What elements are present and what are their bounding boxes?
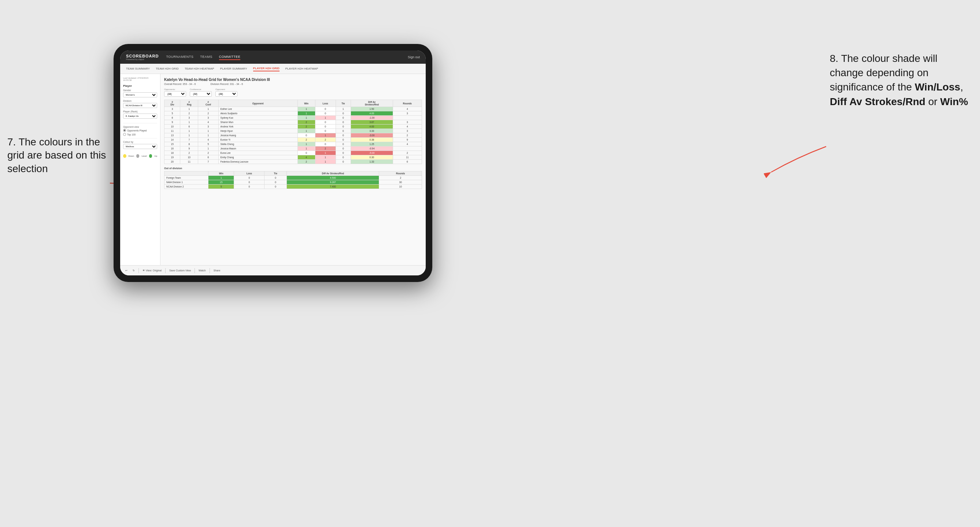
cell-diff: -3.00: [351, 133, 393, 138]
sidebar-player-title: Player: [123, 84, 157, 87]
cell-conf: 7: [198, 160, 218, 164]
radio-opponents-played[interactable]: Opponents Played: [123, 129, 157, 132]
cell-win: 1: [298, 142, 315, 146]
col-reg: #Reg: [180, 100, 198, 107]
cell-win: 2: [298, 124, 315, 129]
cell-loss: 1: [315, 151, 336, 155]
col-diff: Diff AvStrokes/Rnd: [351, 100, 393, 107]
legend-down-label: Down: [129, 155, 134, 157]
cell-rounds: 3: [393, 120, 422, 124]
cell-div: 9: [164, 120, 180, 124]
cell-win: 1: [298, 107, 315, 111]
subnav-player-h2h-grid[interactable]: PLAYER H2H GRID: [253, 66, 280, 71]
filter-conference-select[interactable]: (All): [190, 91, 212, 97]
legend-level-label: Level: [142, 155, 146, 157]
cell-conf: 1: [198, 133, 218, 138]
cell-rounds: 4: [393, 124, 422, 129]
table-row: 14 7 4 Eunice Yi 2 2 0 0.38 9: [164, 138, 422, 142]
cell-loss: 1: [315, 160, 336, 164]
out-col-win: Win: [208, 171, 234, 176]
cell-tie: 1: [336, 107, 351, 111]
cell-conf: 5: [198, 142, 218, 146]
nav-committee[interactable]: COMMITTEE: [219, 54, 241, 60]
nav-signout[interactable]: Sign out: [408, 55, 420, 59]
filter-opponents-label: Opponents:: [164, 88, 186, 90]
content-area: Katelyn Vo Head-to-Head Grid for Women's…: [161, 74, 426, 265]
filter-opponents-select[interactable]: (All): [164, 91, 186, 97]
cell-tie: 0: [336, 124, 351, 129]
radio-dot-2: [123, 133, 126, 136]
cell-div: 3: [164, 107, 180, 111]
cell-win: 0: [298, 151, 315, 155]
out-cell-opponent: NCAA Division 2: [164, 184, 208, 189]
cell-conf: 2: [198, 111, 218, 116]
left-sidebar: Last Updated: 27/03/2024 16:55:38 Player…: [120, 74, 161, 265]
cell-win: 1: [298, 116, 315, 120]
sidebar-gender-select[interactable]: Women's: [123, 92, 157, 97]
overall-record: Overall Record: 353 - 34 - 6: [164, 83, 196, 85]
nav-teams[interactable]: TEAMS: [200, 54, 213, 60]
out-cell-tie: 0: [264, 184, 287, 189]
filter-opponent-select[interactable]: (All): [215, 91, 237, 97]
cell-loss: 1: [315, 155, 336, 160]
sidebar-division-select[interactable]: NCAA Division III: [123, 103, 157, 108]
cell-opponent: Stella Cheng: [218, 142, 298, 146]
cell-win: 1: [298, 146, 315, 151]
cell-div: 20: [164, 160, 180, 164]
radio-top100[interactable]: Top 100: [123, 133, 157, 136]
col-loss: Loss: [315, 100, 336, 107]
cell-conf: 4: [198, 138, 218, 142]
top-nav: SCOREBOARD Powered by clippd TOURNAMENTS…: [120, 51, 426, 64]
cell-conf: 3: [198, 116, 218, 120]
cell-tie: 0: [336, 155, 351, 160]
cell-rounds: 4: [393, 142, 422, 146]
cell-diff: 1.25: [351, 142, 393, 146]
cell-loss: 0: [315, 107, 336, 111]
table-row: 10 6 3 Andrea York 2 0 0 4.00 4: [164, 124, 422, 129]
cell-opponent: Sharon Mun: [218, 120, 298, 124]
subnav-team-h2h-grid[interactable]: TEAM H2H GRID: [156, 66, 179, 71]
cell-reg: 1: [180, 133, 198, 138]
cell-reg: 1: [180, 107, 198, 111]
cell-diff: -1.00: [351, 116, 393, 120]
col-tie: Tie: [336, 100, 351, 107]
subnav-player-h2h-heatmap[interactable]: PLAYER H2H HEATMAP: [285, 66, 318, 71]
view-original-btn[interactable]: 👁 View: Original: [141, 268, 163, 273]
cell-opponent: Heejo Hyun: [218, 129, 298, 133]
sidebar-timestamp: Last Updated: 27/03/2024 16:55:38: [123, 77, 157, 81]
filter-conference-label: Conference: [190, 88, 212, 90]
sidebar-colour-select[interactable]: Win/loss: [123, 144, 157, 149]
cell-win: 2: [298, 120, 315, 124]
cell-rounds: [393, 116, 422, 120]
col-rounds: Rounds: [393, 100, 422, 107]
cell-rounds: 2: [393, 151, 422, 155]
undo-btn[interactable]: ↩: [124, 268, 129, 273]
bottom-toolbar: ↩ ↻ 👁 View: Original Save Custom View Wa…: [120, 265, 426, 275]
redo-btn[interactable]: ↻: [131, 268, 136, 273]
sidebar-rank-select[interactable]: 8. Katelyn Vo: [123, 114, 157, 119]
subnav-team-summary[interactable]: TEAM SUMMARY: [126, 66, 150, 71]
nav-tournaments[interactable]: TOURNAMENTS: [166, 54, 193, 60]
cell-conf: 3: [198, 124, 218, 129]
watch-btn[interactable]: Watch: [197, 268, 207, 273]
sidebar-rank-label: Player (Rank): [123, 110, 157, 113]
out-col-diff: Diff Av Strokes/Rnd: [287, 171, 379, 176]
out-col-opponent: [164, 171, 208, 176]
toolbar-divider-3: [194, 268, 195, 273]
cell-tie: 0: [336, 120, 351, 124]
cell-opponent: Alexis Sudjianto: [218, 111, 298, 116]
subnav-player-summary[interactable]: PLAYER SUMMARY: [220, 66, 247, 71]
cell-diff: 1.33: [351, 160, 393, 164]
subnav-team-h2h-heatmap[interactable]: TEAM H2H HEATMAP: [185, 66, 214, 71]
cell-tie: 0: [336, 116, 351, 120]
cell-opponent: Sydney Kuo: [218, 116, 298, 120]
cell-rounds: 3: [393, 129, 422, 133]
share-btn[interactable]: Share: [212, 268, 222, 273]
logo-area: SCOREBOARD Powered by clippd: [126, 54, 159, 60]
cell-div: 5: [164, 111, 180, 116]
table-row: 11 1 1 Heejo Hyun 1 0 0 3.33 3: [164, 129, 422, 133]
cell-tie: 0: [336, 111, 351, 116]
save-custom-btn[interactable]: Save Custom View: [168, 268, 192, 273]
legend-up-dot: [149, 154, 153, 158]
out-cell-opponent: NAIA Division 1: [164, 180, 208, 184]
